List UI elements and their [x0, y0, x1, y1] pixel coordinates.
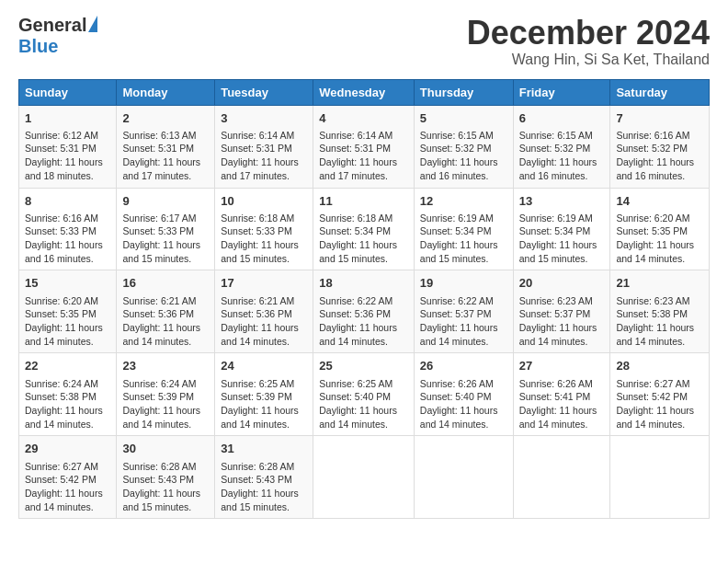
calendar-week-row: 8Sunrise: 6:16 AMSunset: 5:33 PMDaylight… [19, 188, 710, 270]
location-title: Wang Hin, Si Sa Ket, Thailand [467, 52, 710, 68]
day-info: Sunrise: 6:13 AMSunset: 5:31 PMDaylight:… [122, 129, 209, 183]
calendar-cell: 13Sunrise: 6:19 AMSunset: 5:34 PMDayligh… [513, 188, 610, 270]
calendar-cell: 10Sunrise: 6:18 AMSunset: 5:33 PMDayligh… [215, 188, 313, 270]
day-info: Sunrise: 6:24 AMSunset: 5:39 PMDaylight:… [122, 377, 209, 431]
day-number: 17 [221, 275, 307, 292]
calendar-cell: 1Sunrise: 6:12 AMSunset: 5:31 PMDaylight… [19, 105, 117, 188]
calendar-cell: 2Sunrise: 6:13 AMSunset: 5:31 PMDaylight… [117, 105, 215, 188]
calendar-week-row: 22Sunrise: 6:24 AMSunset: 5:38 PMDayligh… [19, 353, 710, 436]
calendar-cell: 19Sunrise: 6:22 AMSunset: 5:37 PMDayligh… [414, 270, 513, 353]
day-number: 24 [221, 358, 307, 374]
day-number: 9 [122, 193, 209, 210]
title-area: December 2024 Wang Hin, Si Sa Ket, Thail… [467, 15, 710, 68]
calendar-week-row: 15Sunrise: 6:20 AMSunset: 5:35 PMDayligh… [19, 270, 710, 353]
calendar-cell: 11Sunrise: 6:18 AMSunset: 5:34 PMDayligh… [313, 188, 415, 270]
day-info: Sunrise: 6:24 AMSunset: 5:38 PMDaylight:… [25, 377, 110, 431]
day-number: 3 [221, 110, 307, 127]
day-info: Sunrise: 6:20 AMSunset: 5:35 PMDaylight:… [616, 212, 703, 266]
calendar-week-row: 29Sunrise: 6:27 AMSunset: 5:42 PMDayligh… [19, 436, 710, 519]
day-number: 15 [25, 275, 110, 292]
calendar-cell: 12Sunrise: 6:19 AMSunset: 5:34 PMDayligh… [414, 188, 513, 270]
calendar-cell: 14Sunrise: 6:20 AMSunset: 5:35 PMDayligh… [610, 188, 710, 270]
day-number: 14 [616, 193, 703, 210]
day-number: 27 [519, 358, 605, 374]
day-info: Sunrise: 6:15 AMSunset: 5:32 PMDaylight:… [519, 129, 605, 183]
weekday-header-saturday: Saturday [610, 79, 710, 105]
day-number: 25 [319, 358, 408, 374]
day-number: 1 [25, 110, 110, 127]
day-info: Sunrise: 6:25 AMSunset: 5:39 PMDaylight:… [221, 377, 307, 431]
day-info: Sunrise: 6:21 AMSunset: 5:36 PMDaylight:… [221, 294, 307, 349]
day-info: Sunrise: 6:18 AMSunset: 5:33 PMDaylight:… [221, 212, 307, 266]
day-info: Sunrise: 6:14 AMSunset: 5:31 PMDaylight:… [221, 129, 307, 183]
weekday-header-friday: Friday [513, 79, 610, 105]
day-number: 22 [25, 358, 110, 374]
day-number: 16 [122, 275, 209, 292]
calendar-header-row: SundayMondayTuesdayWednesdayThursdayFrid… [19, 79, 710, 105]
day-info: Sunrise: 6:12 AMSunset: 5:31 PMDaylight:… [25, 129, 110, 183]
day-info: Sunrise: 6:18 AMSunset: 5:34 PMDaylight:… [319, 212, 408, 266]
day-number: 23 [122, 358, 209, 374]
day-info: Sunrise: 6:28 AMSunset: 5:43 PMDaylight:… [221, 460, 307, 514]
weekday-header-sunday: Sunday [19, 79, 117, 105]
calendar-cell: 9Sunrise: 6:17 AMSunset: 5:33 PMDaylight… [117, 188, 215, 270]
day-info: Sunrise: 6:27 AMSunset: 5:42 PMDaylight:… [25, 460, 110, 514]
day-info: Sunrise: 6:23 AMSunset: 5:37 PMDaylight:… [519, 294, 605, 349]
day-info: Sunrise: 6:23 AMSunset: 5:38 PMDaylight:… [616, 294, 703, 349]
day-number: 11 [319, 193, 408, 210]
day-info: Sunrise: 6:26 AMSunset: 5:41 PMDaylight:… [519, 377, 605, 431]
day-info: Sunrise: 6:22 AMSunset: 5:36 PMDaylight:… [319, 294, 408, 349]
day-info: Sunrise: 6:27 AMSunset: 5:42 PMDaylight:… [616, 377, 703, 431]
day-info: Sunrise: 6:16 AMSunset: 5:32 PMDaylight:… [616, 129, 703, 183]
day-number: 29 [25, 441, 110, 457]
day-info: Sunrise: 6:26 AMSunset: 5:40 PMDaylight:… [420, 377, 507, 431]
day-number: 12 [420, 193, 507, 210]
day-info: Sunrise: 6:21 AMSunset: 5:36 PMDaylight:… [122, 294, 209, 349]
day-number: 26 [420, 358, 507, 374]
day-number: 31 [221, 441, 307, 457]
day-info: Sunrise: 6:16 AMSunset: 5:33 PMDaylight:… [25, 212, 110, 266]
weekday-header-monday: Monday [117, 79, 215, 105]
calendar-cell: 20Sunrise: 6:23 AMSunset: 5:37 PMDayligh… [513, 270, 610, 353]
day-number: 5 [420, 110, 507, 127]
calendar-cell: 26Sunrise: 6:26 AMSunset: 5:40 PMDayligh… [414, 353, 513, 436]
calendar-cell: 29Sunrise: 6:27 AMSunset: 5:42 PMDayligh… [19, 436, 117, 519]
calendar-cell: 23Sunrise: 6:24 AMSunset: 5:39 PMDayligh… [117, 353, 215, 436]
calendar-cell: 17Sunrise: 6:21 AMSunset: 5:36 PMDayligh… [215, 270, 313, 353]
calendar-cell: 8Sunrise: 6:16 AMSunset: 5:33 PMDaylight… [19, 188, 117, 270]
day-number: 8 [25, 193, 110, 210]
calendar-cell: 22Sunrise: 6:24 AMSunset: 5:38 PMDayligh… [19, 353, 117, 436]
calendar-cell: 30Sunrise: 6:28 AMSunset: 5:43 PMDayligh… [117, 436, 215, 519]
calendar-cell: 6Sunrise: 6:15 AMSunset: 5:32 PMDaylight… [513, 105, 610, 188]
month-title: December 2024 [467, 15, 710, 52]
weekday-header-tuesday: Tuesday [215, 79, 313, 105]
calendar-cell: 24Sunrise: 6:25 AMSunset: 5:39 PMDayligh… [215, 353, 313, 436]
calendar-cell [610, 436, 710, 519]
calendar-cell [513, 436, 610, 519]
logo: General Blue [18, 15, 97, 57]
day-number: 18 [319, 275, 408, 292]
day-info: Sunrise: 6:19 AMSunset: 5:34 PMDaylight:… [420, 212, 507, 266]
day-info: Sunrise: 6:14 AMSunset: 5:31 PMDaylight:… [319, 129, 408, 183]
calendar-cell: 5Sunrise: 6:15 AMSunset: 5:32 PMDaylight… [414, 105, 513, 188]
calendar-cell: 3Sunrise: 6:14 AMSunset: 5:31 PMDaylight… [215, 105, 313, 188]
day-number: 21 [616, 275, 703, 292]
calendar-cell: 27Sunrise: 6:26 AMSunset: 5:41 PMDayligh… [513, 353, 610, 436]
weekday-header-thursday: Thursday [414, 79, 513, 105]
logo-triangle-icon [88, 16, 97, 32]
header: General Blue December 2024 Wang Hin, Si … [18, 15, 710, 68]
day-number: 2 [122, 110, 209, 127]
calendar-cell [313, 436, 415, 519]
day-info: Sunrise: 6:15 AMSunset: 5:32 PMDaylight:… [420, 129, 507, 183]
logo-general-text: General [18, 15, 86, 36]
calendar-cell: 7Sunrise: 6:16 AMSunset: 5:32 PMDaylight… [610, 105, 710, 188]
calendar-cell: 28Sunrise: 6:27 AMSunset: 5:42 PMDayligh… [610, 353, 710, 436]
day-number: 6 [519, 110, 605, 127]
day-number: 19 [420, 275, 507, 292]
calendar-cell: 15Sunrise: 6:20 AMSunset: 5:35 PMDayligh… [19, 270, 117, 353]
calendar-cell: 16Sunrise: 6:21 AMSunset: 5:36 PMDayligh… [117, 270, 215, 353]
day-info: Sunrise: 6:20 AMSunset: 5:35 PMDaylight:… [25, 294, 110, 349]
calendar-cell: 31Sunrise: 6:28 AMSunset: 5:43 PMDayligh… [215, 436, 313, 519]
day-number: 10 [221, 193, 307, 210]
logo-blue-text: Blue [18, 36, 58, 57]
